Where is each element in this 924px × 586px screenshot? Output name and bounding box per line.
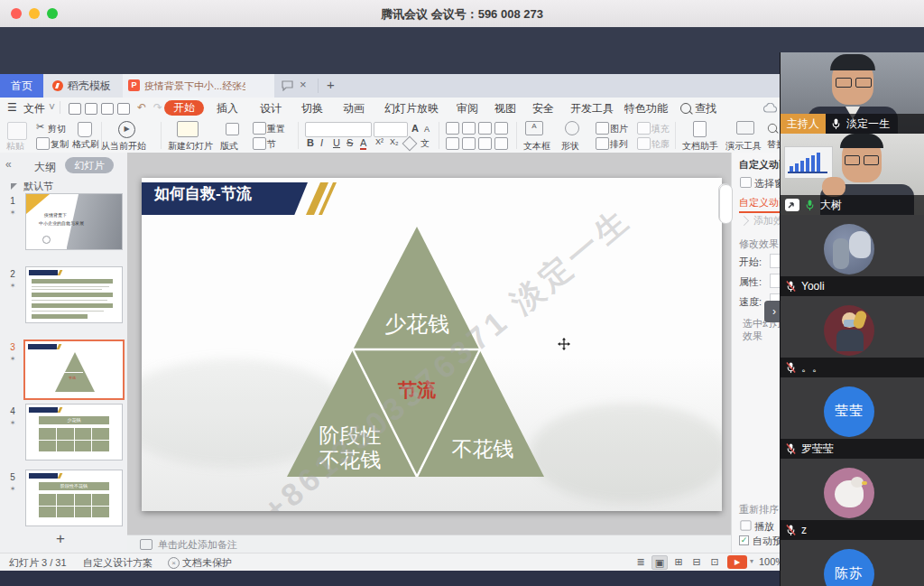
participant-tile[interactable]: 主持人 淡定一生: [781, 52, 924, 135]
play-animation-icon[interactable]: [741, 520, 752, 530]
arrange-icon[interactable]: [596, 137, 609, 150]
menu-tab-review[interactable]: 审阅: [457, 101, 478, 116]
tab-home[interactable]: 首页: [0, 74, 43, 98]
cloud-icon[interactable]: [763, 103, 777, 113]
mic-muted-icon[interactable]: [785, 524, 797, 536]
align-right-icon[interactable]: [478, 137, 492, 150]
outline-tab[interactable]: 大纲: [34, 160, 56, 175]
design-scheme[interactable]: 自定义设计方案: [83, 556, 152, 570]
slide-thumbnail-4[interactable]: 少花钱: [25, 404, 123, 460]
new-tab-icon[interactable]: +: [327, 77, 335, 92]
fill-button[interactable]: 填充: [651, 123, 670, 135]
doc-assistant-button[interactable]: 文档助手: [682, 140, 718, 153]
new-slide-button[interactable]: 新建幻灯片: [168, 140, 213, 153]
copy-icon[interactable]: [36, 137, 50, 150]
save-icon[interactable]: [69, 103, 81, 115]
hamburger-icon[interactable]: ☰: [7, 101, 17, 114]
menu-tab-features[interactable]: 特色功能: [624, 101, 668, 116]
menu-tab-animation[interactable]: 动画: [343, 101, 365, 116]
section-button[interactable]: 节: [267, 138, 276, 151]
layout-icon[interactable]: [226, 123, 239, 135]
participant-tile[interactable]: Yooli: [781, 215, 924, 297]
participant-tile[interactable]: z: [781, 459, 924, 541]
menu-tab-home[interactable]: 开始: [164, 100, 204, 116]
redo-icon[interactable]: ↷: [153, 101, 162, 114]
slide-sorter-icon[interactable]: ⊞: [671, 555, 686, 568]
shapes-button[interactable]: 形状: [561, 140, 579, 153]
format-painter-button[interactable]: 格式刷: [72, 138, 99, 151]
font-size-select[interactable]: [374, 122, 408, 137]
notes-toggle-icon[interactable]: ≣: [633, 555, 648, 568]
textbox-button[interactable]: 文本框: [523, 140, 550, 153]
shrink-font-button[interactable]: A: [424, 125, 430, 134]
undo-icon[interactable]: ↶: [137, 101, 146, 114]
numbering-icon[interactable]: [462, 122, 476, 135]
play-from-current-button[interactable]: 从当前开始: [101, 140, 146, 153]
outline-icon[interactable]: [637, 137, 651, 150]
pane-collapse-handle[interactable]: [719, 184, 733, 224]
reading-view-icon[interactable]: ⊟: [689, 555, 704, 568]
menu-search[interactable]: 查找: [695, 101, 716, 116]
section-icon[interactable]: [253, 137, 266, 150]
mic-muted-icon[interactable]: [785, 280, 797, 293]
layout-button[interactable]: 版式: [220, 140, 238, 153]
find-icon[interactable]: [768, 124, 777, 133]
menu-tab-security[interactable]: 安全: [532, 101, 554, 116]
align-center-icon[interactable]: [462, 137, 476, 150]
section-collapse-icon[interactable]: [11, 183, 17, 190]
justify-icon[interactable]: [494, 137, 508, 150]
print-icon[interactable]: [101, 103, 114, 115]
menu-tab-slideshow[interactable]: 幻灯片放映: [384, 101, 439, 116]
output-icon[interactable]: [85, 103, 97, 115]
play-animation-button[interactable]: 播放: [754, 520, 774, 534]
tab-template[interactable]: 稻壳模板: [43, 74, 124, 98]
tab-document[interactable]: P 疫情背景下中小...经张生军(1): [123, 74, 274, 98]
slideshow-play-button[interactable]: ▶: [727, 555, 747, 569]
bullets-icon[interactable]: [446, 122, 459, 135]
italic-button[interactable]: I: [320, 137, 323, 148]
add-slide-icon[interactable]: +: [56, 530, 65, 548]
bold-button[interactable]: B: [307, 137, 314, 148]
close-tab-icon[interactable]: ×: [300, 78, 307, 91]
reset-icon[interactable]: [253, 122, 266, 135]
print-preview-icon[interactable]: [117, 103, 130, 115]
mic-active-icon[interactable]: [804, 199, 816, 211]
notes-placeholder[interactable]: 单击此处添加备注: [158, 538, 237, 552]
paste-button[interactable]: 粘贴: [6, 140, 24, 153]
participant-tile[interactable]: 陈苏: [781, 540, 924, 586]
shapes-icon[interactable]: [565, 121, 579, 135]
arrange-button[interactable]: 排列: [610, 138, 628, 151]
present-tools-button[interactable]: 演示工具: [725, 140, 762, 153]
slides-tab[interactable]: 幻灯片: [65, 157, 114, 173]
participant-tile[interactable]: 莹莹 罗莹莹: [781, 377, 924, 460]
subscript-button[interactable]: X₂: [390, 137, 399, 146]
present-tools-icon[interactable]: [736, 121, 754, 135]
mic-muted-icon[interactable]: [785, 442, 797, 455]
menu-file[interactable]: 文件: [23, 101, 45, 116]
picture-button[interactable]: 图片: [610, 123, 628, 135]
paste-icon[interactable]: [7, 122, 27, 140]
media-view-icon[interactable]: ⊡: [707, 555, 722, 568]
slide-thumbnail-3-selected[interactable]: 节流: [23, 340, 125, 400]
increase-indent-icon[interactable]: [494, 122, 508, 135]
comment-icon[interactable]: [282, 80, 293, 91]
slide-thumbnail-1[interactable]: 疫情背景下 中小企业的自救与发展: [25, 193, 123, 250]
normal-view-icon[interactable]: ▣: [651, 555, 668, 570]
font-color-button[interactable]: A: [360, 137, 366, 150]
reset-button[interactable]: 重置: [267, 123, 285, 135]
strikethrough-button[interactable]: S: [346, 137, 353, 148]
notes-bar[interactable]: 单击此处添加备注: [127, 535, 731, 553]
collapse-panel-icon[interactable]: «: [5, 158, 12, 171]
search-icon[interactable]: [680, 103, 691, 114]
play-dropdown-icon[interactable]: ▾: [750, 557, 753, 565]
auto-preview-checkbox[interactable]: ✓: [739, 535, 749, 545]
align-left-icon[interactable]: [446, 137, 459, 150]
cut-button[interactable]: 剪切: [48, 123, 66, 135]
slide-thumbnail-2[interactable]: [25, 266, 123, 323]
mic-muted-icon[interactable]: [785, 361, 797, 374]
cut-icon[interactable]: ✂: [36, 121, 44, 133]
slide-thumbnail-5[interactable]: 阶段性不花钱: [25, 470, 123, 526]
textbox-icon[interactable]: A: [525, 121, 543, 135]
play-from-current-icon[interactable]: ▶: [118, 121, 135, 138]
participant-tile[interactable]: 。。: [781, 296, 924, 378]
